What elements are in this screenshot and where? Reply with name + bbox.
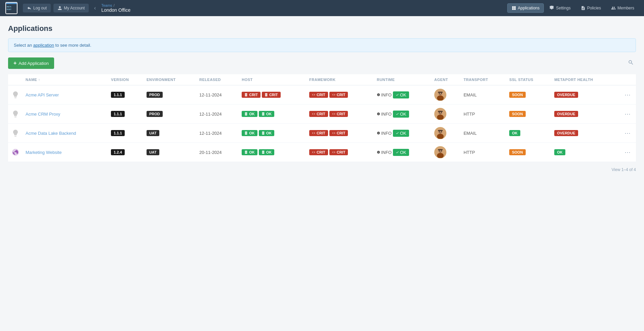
app-name-link[interactable]: Acme Data Lake Backend [26,131,76,136]
version-badge: 1.2.4 [111,149,124,155]
svg-rect-0 [6,3,17,13]
info-banner: Select an application to see more detail… [8,38,636,52]
framework-badge: CRIT [329,149,348,155]
app-name-cell[interactable]: Acme API Server [23,85,108,105]
runtime-ok-badge: OK [393,149,409,156]
agent-avatar [434,89,446,101]
breadcrumb-teams-link[interactable]: Teams [101,3,112,7]
my-account-button[interactable]: My Account [53,4,89,12]
add-application-button[interactable]: + Add Application [8,57,54,69]
col-metaport-health: METAPORT HEALTH [552,74,619,85]
environment-badge: UAT [147,130,159,136]
more-actions-button[interactable]: ⋯ [622,147,633,157]
host-badge: OK [242,111,257,117]
more-actions-button[interactable]: ⋯ [622,90,633,100]
app-framework-cell: CRIT CRIT [307,143,374,162]
host-badges: CRIT CRIT [242,92,304,98]
runtime-badges: INFO OK [377,149,429,156]
col-version: VERSION [108,74,144,85]
svg-point-8 [439,93,440,94]
host-badge: OK [259,149,275,155]
svg-rect-13 [438,111,443,112]
app-name-link[interactable]: Acme CRM Proxy [26,112,60,117]
table-row[interactable]: Acme CRM Proxy1.1.1PROD12-11-2024 OK OK … [8,105,636,124]
nav-applications-label: Applications [518,6,540,10]
search-button[interactable] [626,57,636,69]
app-transport-cell: EMAIL [461,124,507,143]
nav-settings-button[interactable]: Settings [545,3,575,13]
app-transport-cell: EMAIL [461,85,507,105]
app-name-cell[interactable]: Acme CRM Proxy [23,105,108,124]
ssl-status-badge: SOON [509,111,525,117]
back-button[interactable]: ‹ [91,4,98,12]
col-agent: AGENT [432,74,461,85]
app-host-cell: OK OK [239,105,307,124]
ssl-status-badge: OK [509,130,520,136]
metaport-health-badge: OVERDUE [554,130,578,136]
version-badge: 1.1.1 [111,111,124,117]
app-actions-cell[interactable]: ⋯ [619,124,636,143]
app-runtime-cell: INFO OK [374,143,432,162]
name-sort-icon: ↑ [38,78,40,82]
released-date: 12-11-2024 [197,85,239,105]
metaport-health-badge: OVERDUE [554,92,578,98]
col-name[interactable]: NAME ↑ [23,74,108,85]
col-host: HOST [239,74,307,85]
framework-badges: CRIT CRIT [309,111,371,117]
ssl-status-badge: SOON [509,149,525,155]
app-name-link[interactable]: Marketing Website [26,150,62,155]
svg-text:META: META [7,6,11,8]
col-runtime: RUNTIME [374,74,432,85]
app-version-cell: 1.1.1 [108,85,144,105]
table-row[interactable]: Marketing Website1.2.4UAT20-11-2024 OK O… [8,143,636,162]
more-actions-button[interactable]: ⋯ [622,128,633,138]
app-framework-cell: CRIT CRIT [307,124,374,143]
more-actions-button[interactable]: ⋯ [622,109,633,119]
app-name-cell[interactable]: Marketing Website [23,143,108,162]
app-icon-cell [8,85,23,105]
col-environment: ENVIRONMENT [144,74,197,85]
runtime-info-badge: INFO [377,112,392,117]
app-name-link[interactable]: Acme API Server [26,92,59,97]
app-actions-cell[interactable]: ⋯ [619,85,636,105]
nav-members-button[interactable]: Members [607,3,639,13]
logout-button[interactable]: Log out [23,4,51,12]
nav-applications-button[interactable]: Applications [507,3,544,13]
app-metaport-health-cell: OK [552,143,619,162]
applications-table-wrap: NAME ↑ VERSION ENVIRONMENT RELEASED HOST… [8,74,636,162]
app-icon [11,148,20,157]
col-transport: TRANSPORT [461,74,507,85]
host-badges: OK OK [242,149,304,155]
app-agent-cell [432,105,461,124]
svg-point-28 [441,151,442,152]
svg-point-27 [439,151,440,152]
info-link[interactable]: application [33,43,54,48]
runtime-info-badge: INFO [377,131,392,136]
agent-avatar [434,127,446,139]
app-actions-cell[interactable]: ⋯ [619,143,636,162]
table-row[interactable]: Acme API Server1.1.1PROD12-11-2024 CRIT … [8,85,636,105]
applications-table: NAME ↑ VERSION ENVIRONMENT RELEASED HOST… [8,74,636,162]
runtime-badges: INFO OK [377,91,429,98]
app-metaport-health-cell: OVERDUE [552,124,619,143]
environment-badge: PROD [147,92,163,98]
metaport-health-badge: OK [554,149,565,155]
col-framework: FRAMEWORK [307,74,374,85]
environment-badge: UAT [147,149,159,155]
app-actions-cell[interactable]: ⋯ [619,105,636,124]
nav-policies-button[interactable]: Policies [576,3,605,13]
main-content: Applications Select an application to se… [0,16,644,180]
app-name-cell[interactable]: Acme Data Lake Backend [23,124,108,143]
breadcrumb: Teams / London Office [101,3,130,13]
ssl-status-badge: SOON [509,92,525,98]
host-badges: OK OK [242,130,304,136]
top-nav: Applications Settings Policies Members [507,3,639,13]
table-row[interactable]: Acme Data Lake Backend1.1.1UAT12-11-2024… [8,124,636,143]
app-agent-cell [432,124,461,143]
svg-rect-7 [438,92,443,93]
framework-badge: CRIT [309,149,328,155]
svg-point-20 [439,131,440,132]
app-metaport-health-cell: OVERDUE [552,105,619,124]
app-environment-cell: UAT [144,124,197,143]
app-ssl-status-cell: SOON [507,105,552,124]
